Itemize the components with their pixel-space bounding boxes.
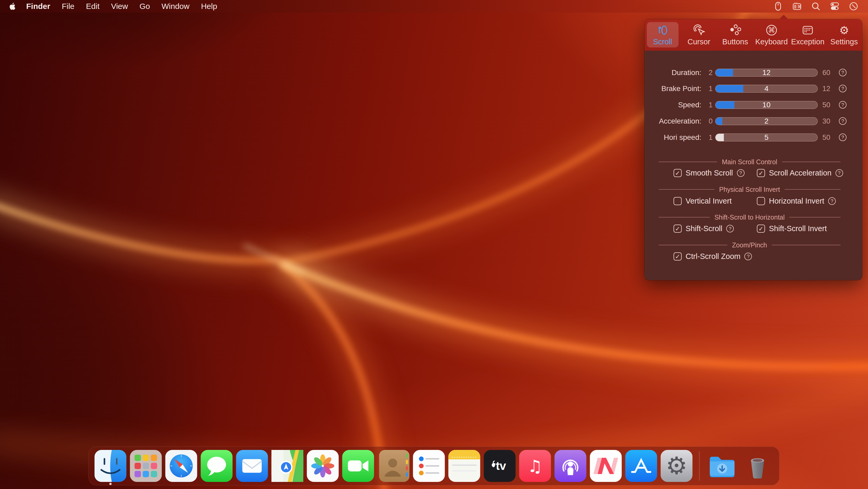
popover-arrow: [778, 15, 789, 19]
tab-scroll[interactable]: Scroll: [645, 19, 681, 51]
brake-point-slider[interactable]: 4: [715, 85, 818, 93]
command-key-icon: ⌘: [765, 24, 778, 36]
menu-item-edit[interactable]: Edit: [80, 2, 105, 11]
dock-item-maps[interactable]: [272, 450, 304, 482]
slider-min: 2: [700, 69, 713, 77]
slider-min: 1: [700, 101, 713, 109]
dock-item-app-store[interactable]: [625, 450, 657, 482]
dock-item-mail[interactable]: [236, 450, 268, 482]
dock-item-messages[interactable]: [201, 450, 233, 482]
tab-cursor[interactable]: Cursor: [681, 19, 717, 51]
menu-item-window[interactable]: Window: [156, 2, 195, 11]
help-icon[interactable]: ?: [744, 253, 752, 260]
dock-item-downloads[interactable]: [706, 450, 738, 482]
slider-row-hori-speed: Hori speed: 1 5 50 ?: [645, 134, 862, 141]
help-icon[interactable]: ?: [726, 225, 734, 232]
checkbox[interactable]: [757, 169, 765, 177]
tab-keyboard[interactable]: ⌘ Keyboard: [753, 19, 790, 51]
dock-item-reminders[interactable]: [413, 450, 445, 482]
help-icon[interactable]: ?: [839, 117, 846, 125]
section-title: Physical Scroll Invert: [719, 186, 780, 193]
dock-item-facetime[interactable]: [342, 450, 374, 482]
tab-exception[interactable]: Exception: [789, 19, 826, 51]
acceleration-slider[interactable]: 2: [715, 117, 818, 125]
app-window-icon: [801, 24, 814, 36]
dock-item-system-preferences[interactable]: ⚙: [661, 450, 693, 482]
dock-item-news[interactable]: [590, 450, 622, 482]
slider-label: Brake Point:: [645, 85, 701, 93]
svg-text:⚙: ⚙: [666, 452, 687, 480]
checkbox-smooth-scroll[interactable]: Smooth Scroll ?: [674, 168, 745, 178]
tab-label: Exception: [791, 37, 825, 46]
checkbox[interactable]: [674, 197, 682, 205]
help-icon[interactable]: ?: [737, 169, 745, 177]
tab-settings[interactable]: ⚙ Settings: [826, 19, 863, 51]
slider-max: 50: [818, 101, 834, 109]
help-icon[interactable]: ?: [836, 169, 843, 177]
dock-item-photos[interactable]: [307, 450, 339, 482]
apple-menu-icon[interactable]: [9, 2, 17, 11]
scroll-wheel-icon: [656, 24, 669, 36]
menu-item-help[interactable]: Help: [195, 2, 223, 11]
help-icon[interactable]: ?: [839, 134, 846, 141]
running-indicator: [109, 483, 112, 485]
keyboard-viewer-icon[interactable]: ⌘: [792, 1, 802, 11]
slider-row-duration: Duration: 2 12 60 ?: [645, 69, 862, 77]
checkbox-scroll-acceleration[interactable]: Scroll Acceleration ?: [757, 168, 843, 178]
dock-item-music[interactable]: ♫: [519, 450, 551, 482]
dock-item-tv[interactable]: tv: [484, 450, 516, 482]
section-title: Zoom/Pinch: [732, 241, 767, 249]
svg-text:♫: ♫: [528, 457, 542, 476]
slider-value: 4: [715, 85, 817, 92]
svg-text:⌘: ⌘: [768, 26, 775, 34]
slider-value: 12: [715, 69, 817, 76]
menu-app-name[interactable]: Finder: [21, 2, 56, 11]
checkbox[interactable]: [757, 197, 765, 205]
scroll-settings-panel: Duration: 2 12 60 ? Brake Point: 1 4 12 …: [645, 51, 862, 280]
svg-text:⌘: ⌘: [797, 4, 801, 9]
menu-item-view[interactable]: View: [105, 2, 134, 11]
checkbox-shift-scroll-invert[interactable]: Shift-Scroll Invert: [757, 224, 827, 233]
duration-slider[interactable]: 12: [715, 69, 818, 77]
dock-item-podcasts[interactable]: [555, 450, 587, 482]
section-title: Main Scroll Control: [722, 158, 777, 166]
checkbox[interactable]: [674, 169, 682, 177]
tab-buttons[interactable]: Buttons: [717, 19, 753, 51]
mouse-status-icon[interactable]: [773, 1, 783, 11]
menu-item-file[interactable]: File: [56, 2, 80, 11]
dock-item-trash[interactable]: [742, 450, 774, 482]
hori-speed-slider[interactable]: 5: [715, 134, 818, 141]
checkbox-ctrl-scroll-zoom[interactable]: Ctrl-Scroll Zoom ?: [674, 252, 752, 261]
checkbox-shift-scroll[interactable]: Shift-Scroll ?: [674, 224, 734, 233]
tab-label: Cursor: [687, 37, 710, 46]
tab-label: Settings: [830, 37, 858, 46]
help-icon[interactable]: ?: [839, 69, 846, 76]
menu-bar: Finder File Edit View Go Window Help ⌘: [0, 0, 868, 12]
spotlight-icon[interactable]: [811, 1, 821, 11]
buttons-icon: [729, 24, 741, 36]
menu-item-go[interactable]: Go: [134, 2, 156, 11]
slider-label: Speed:: [645, 101, 701, 109]
checkbox-horizontal-invert[interactable]: Horizontal Invert ?: [757, 196, 836, 206]
help-icon[interactable]: ?: [828, 197, 836, 205]
dock-item-launchpad[interactable]: [130, 450, 162, 482]
clock-icon[interactable]: [848, 1, 859, 11]
checkbox-vertical-invert[interactable]: Vertical Invert: [674, 196, 732, 206]
speed-slider[interactable]: 10: [715, 101, 818, 109]
slider-value: 5: [715, 134, 817, 141]
dock-item-contacts[interactable]: [378, 450, 410, 482]
dock-item-finder[interactable]: [95, 450, 127, 482]
dock-item-notes[interactable]: [448, 450, 480, 482]
checkbox[interactable]: [674, 252, 682, 260]
popover-tab-bar: Scroll Cursor Buttons: [645, 19, 862, 51]
checkbox[interactable]: [674, 225, 682, 233]
help-icon[interactable]: ?: [839, 101, 846, 109]
slider-max: 30: [818, 117, 834, 125]
help-icon[interactable]: ?: [839, 85, 846, 92]
control-center-icon[interactable]: [830, 1, 840, 11]
dock-item-safari[interactable]: [165, 450, 197, 482]
section-shift-scroll: Shift-Scroll to Horizontal: [659, 213, 840, 221]
checkbox[interactable]: [757, 225, 765, 233]
slider-max: 12: [818, 85, 834, 93]
slider-row-speed: Speed: 1 10 50 ?: [645, 101, 862, 109]
